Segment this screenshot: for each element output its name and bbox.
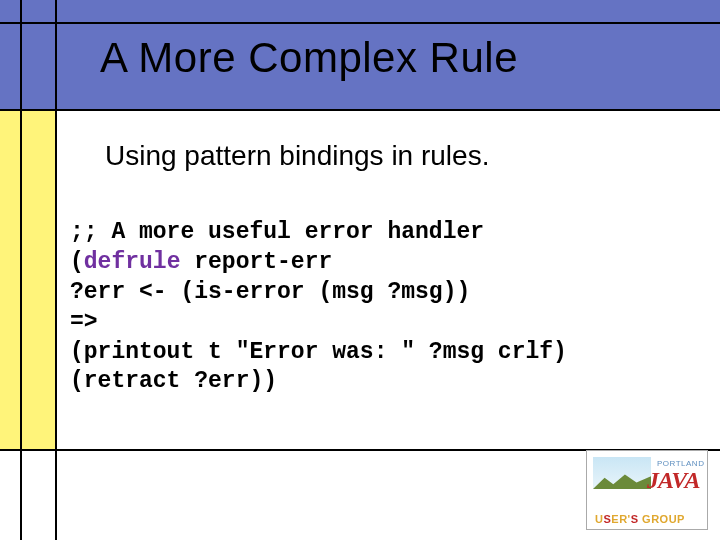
keyword-defrule: defrule xyxy=(84,249,181,275)
rule-line xyxy=(0,22,720,24)
slide-title: A More Complex Rule xyxy=(100,34,518,82)
code-block: ;; A more useful error handler (defrule … xyxy=(70,218,567,397)
code-line: (defrule report-err xyxy=(70,249,332,275)
slide-subtitle: Using pattern bindings in rules. xyxy=(105,140,489,172)
rule-line xyxy=(0,109,720,111)
logo-text-java: JAVA xyxy=(647,467,699,494)
side-accent xyxy=(0,110,56,450)
portland-java-logo: PORTLAND JAVA USER'S GROUP xyxy=(586,450,708,530)
code-line: (printout t "Error was: " ?msg crlf) xyxy=(70,339,567,365)
rule-line xyxy=(55,0,57,540)
code-line: ;; A more useful error handler xyxy=(70,219,484,245)
code-line: (retract ?err)) xyxy=(70,368,277,394)
rule-line xyxy=(20,0,22,540)
code-line: => xyxy=(70,309,98,335)
slide: A More Complex Rule Using pattern bindin… xyxy=(0,0,720,540)
logo-text-users-group: USER'S GROUP xyxy=(595,513,685,525)
code-line: ?err <- (is-error (msg ?msg)) xyxy=(70,279,470,305)
